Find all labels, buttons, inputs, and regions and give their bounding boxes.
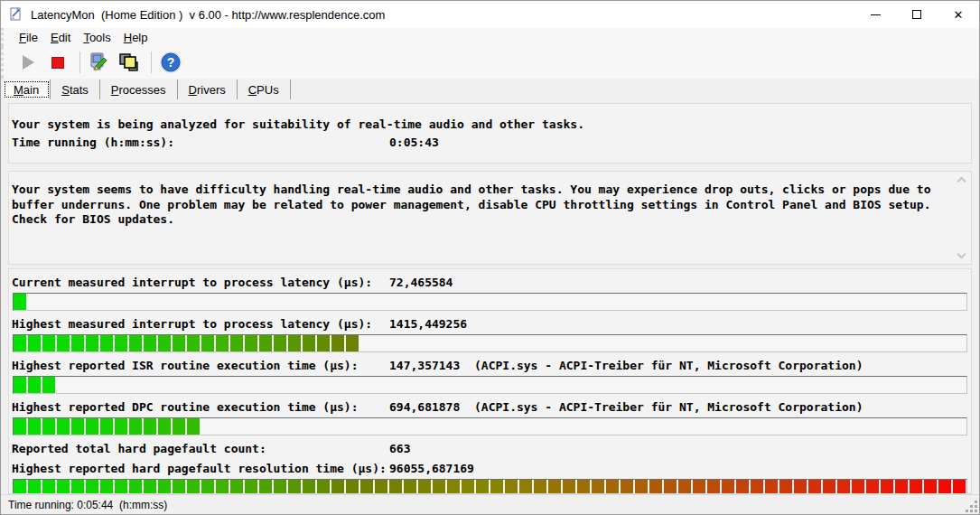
statusbar-time-running: Time running: 0:05:44 (h:mm:ss) — [8, 499, 167, 511]
title-bar: LatencyMon (Home Edition ) v 6.00 - http… — [1, 1, 979, 28]
minimize-button[interactable] — [854, 1, 896, 28]
time-running-value: 0:05:43 — [389, 134, 439, 152]
tab-bar: MainStatsProcessesDriversCPUs — [1, 79, 979, 100]
latency-bar — [13, 417, 967, 435]
monitor-pen-icon — [89, 52, 110, 73]
svg-text:?: ? — [167, 55, 175, 70]
tab-processes[interactable]: Processes — [100, 80, 178, 99]
time-running-label: Time running (h:mm:ss): — [12, 134, 389, 152]
metric-row: Current measured interrupt to process la… — [12, 276, 968, 289]
advice-text: Your system seems to have difficulty han… — [12, 183, 930, 226]
play-icon — [23, 55, 34, 70]
metrics-panel: Current measured interrupt to process la… — [8, 268, 972, 494]
advice-scrollbar[interactable] — [955, 173, 970, 263]
menu-tools[interactable]: Tools — [77, 30, 117, 45]
close-button[interactable]: ✕ — [938, 1, 979, 28]
minimize-icon — [871, 14, 881, 15]
latencymon-window: LatencyMon (Home Edition ) v 6.00 - http… — [0, 0, 980, 515]
stop-icon — [51, 57, 64, 69]
latency-bar — [13, 293, 967, 311]
metric-value: 147,357143 — [389, 359, 463, 372]
toolbar-separator — [79, 52, 80, 73]
stop-monitor-button[interactable] — [44, 49, 71, 76]
tab-stats[interactable]: Stats — [51, 80, 100, 99]
close-icon: ✕ — [954, 9, 964, 21]
window-title: LatencyMon (Home Edition ) v 6.00 - http… — [31, 8, 854, 22]
latency-bar — [13, 334, 967, 352]
metric-row: Highest reported DPC routine execution t… — [12, 400, 968, 414]
app-icon — [9, 7, 23, 22]
metric-driver-info: (ACPI.sys - ACPI-Treiber für NT, Microso… — [463, 359, 863, 372]
start-monitor-button[interactable] — [14, 49, 42, 76]
menu-file[interactable]: File — [13, 30, 44, 45]
stacked-windows-button[interactable] — [116, 49, 143, 76]
toolbar: ? — [1, 46, 979, 79]
metric-value: 96055,687169 — [389, 462, 474, 475]
metric-value: 1415,449256 — [389, 317, 467, 331]
toolbar-separator — [151, 52, 152, 73]
menu-bar: FileEditToolsHelp — [1, 28, 979, 46]
metric-value: 663 — [389, 442, 463, 455]
latency-bar — [13, 376, 967, 394]
tab-main[interactable]: Main — [3, 80, 51, 99]
latency-bar — [13, 479, 967, 494]
tab-cpus[interactable]: CPUs — [238, 80, 291, 99]
metric-label: Highest reported hard pagefault resoluti… — [12, 462, 389, 475]
metric-label: Highest reported DPC routine execution t… — [12, 400, 389, 414]
tab-drivers[interactable]: Drivers — [178, 80, 238, 99]
menu-edit[interactable]: Edit — [44, 30, 77, 45]
scroll-up-icon[interactable] — [957, 177, 966, 186]
main-tab-content: Your system is being analyzed for suitab… — [1, 100, 979, 494]
metric-label: Highest measured interrupt to process la… — [12, 317, 389, 331]
metric-value: 694,681878 — [389, 400, 463, 414]
analyze-settings-button[interactable] — [86, 49, 113, 76]
metric-label: Current measured interrupt to process la… — [12, 276, 389, 289]
metric-row: Highest reported hard pagefault resoluti… — [12, 462, 968, 475]
metric-value: 72,465584 — [389, 276, 463, 289]
scroll-down-icon[interactable] — [957, 250, 966, 259]
metric-label: Highest reported ISR routine execution t… — [12, 359, 389, 372]
metric-row: Highest measured interrupt to process la… — [12, 317, 968, 331]
menu-help[interactable]: Help — [117, 30, 154, 45]
analysis-status-panel: Your system is being analyzed for suitab… — [8, 103, 972, 164]
stacked-windows-icon — [118, 52, 140, 73]
maximize-icon — [912, 10, 921, 19]
maximize-button[interactable] — [896, 1, 938, 28]
metric-row: Highest reported ISR routine execution t… — [12, 359, 968, 372]
help-button[interactable]: ? — [157, 49, 184, 76]
resize-grip-icon[interactable] — [966, 501, 977, 512]
help-icon: ? — [159, 51, 182, 74]
analysis-status-text: Your system is being analyzed for suitab… — [12, 116, 584, 134]
metric-label: Reported total hard pagefault count: — [12, 442, 389, 455]
metric-row: Reported total hard pagefault count:663 — [12, 442, 968, 455]
status-bar: Time running: 0:05:44 (h:mm:ss) — [1, 494, 979, 514]
metric-driver-info: (ACPI.sys - ACPI-Treiber für NT, Microso… — [463, 400, 863, 414]
advice-panel: Your system seems to have difficulty han… — [8, 171, 972, 265]
